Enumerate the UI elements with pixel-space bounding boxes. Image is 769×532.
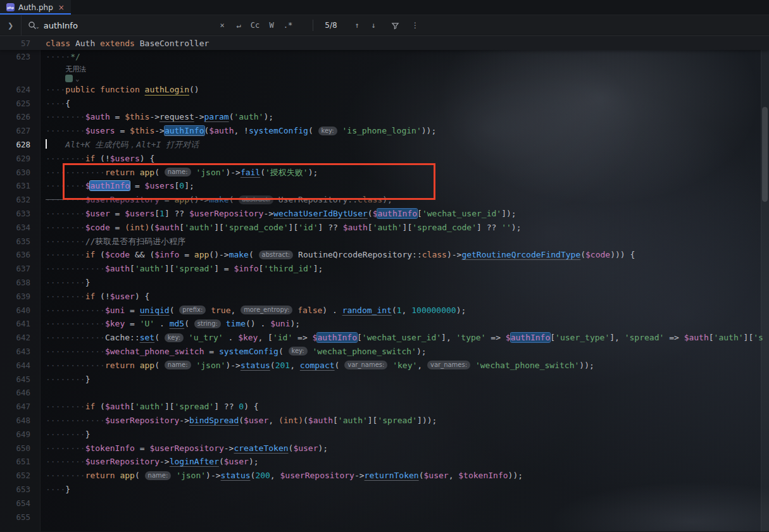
next-match-button[interactable]: ↓ xyxy=(365,18,382,33)
code-line[interactable]: 651········$userRepository->loginAfter($… xyxy=(0,455,769,469)
code-line-content[interactable]: ········$userRepository = app()->make( a… xyxy=(41,193,769,207)
code-line-content[interactable]: ········} xyxy=(41,276,769,290)
code-line[interactable]: 634········$code = (int)($auth['auth']['… xyxy=(0,221,769,235)
code-line-content[interactable]: ············Cache::set( key: 'u_try' . $… xyxy=(41,331,769,345)
code-line[interactable]: 635········//获取是否有扫码进小程序 xyxy=(0,235,769,249)
code-line-content[interactable]: ········if ($code && ($info = app()->mak… xyxy=(41,248,769,262)
line-number[interactable]: 655 xyxy=(0,510,41,524)
line-number[interactable]: 637 xyxy=(0,262,41,276)
scrollbar-track[interactable] xyxy=(761,50,769,531)
line-number[interactable]: 640 xyxy=(0,304,41,318)
scrollbar-thumb[interactable] xyxy=(762,107,768,202)
code-line[interactable]: 649········} xyxy=(0,428,769,442)
code-line[interactable]: 627········$users = $this->authInfo($aut… xyxy=(0,124,769,138)
code-line[interactable]: 632········$userRepository = app()->make… xyxy=(0,193,769,207)
line-number[interactable]: 635 xyxy=(0,235,41,249)
code-line[interactable]: 640············$uni = uniqid( prefix: tr… xyxy=(0,304,769,318)
code-line[interactable]: 645········} xyxy=(0,373,769,387)
line-number[interactable]: 654 xyxy=(0,497,41,510)
code-line-content[interactable]: ············return app( name: 'json')->f… xyxy=(41,166,769,180)
code-line[interactable]: 644············return app( name: 'json')… xyxy=(0,359,769,373)
search-field[interactable]: ⌄ × xyxy=(22,18,230,33)
code-line[interactable]: 625····{ xyxy=(0,97,769,111)
line-number[interactable]: 632 xyxy=(0,193,41,207)
line-number[interactable]: 630 xyxy=(0,166,41,180)
code-line[interactable]: 629········if (!$users) { xyxy=(0,152,769,166)
code-line-content[interactable]: ········$tokenInfo = $userRepository->cr… xyxy=(41,442,769,455)
code-line[interactable]: 638········} xyxy=(0,276,769,290)
line-number[interactable]: 623 xyxy=(0,50,41,64)
code-line[interactable]: 641············$key = 'U' . md5( string:… xyxy=(0,317,769,331)
code-line[interactable]: ⌄ xyxy=(0,73,769,83)
line-number[interactable]: 649 xyxy=(0,428,41,442)
line-number[interactable]: 628 xyxy=(0,138,41,152)
code-line-content[interactable]: ············return app( name: 'json')->s… xyxy=(41,359,769,373)
toggle-replace-chevron-icon[interactable]: ❯ xyxy=(0,15,22,35)
search-input[interactable] xyxy=(44,21,210,30)
code-line-content[interactable]: ········return app( name: 'json')->statu… xyxy=(41,469,769,483)
code-line[interactable]: 628 Alt+K 生成代码，Alt+I 打开对话 xyxy=(0,138,769,152)
code-line-content[interactable] xyxy=(41,497,769,510)
code-line-content[interactable]: ····{ xyxy=(41,97,769,111)
line-number[interactable]: 631 xyxy=(0,179,41,193)
code-line[interactable]: 648············$userRepository->bindSpre… xyxy=(0,414,769,428)
code-line-content[interactable]: ········} xyxy=(41,373,769,387)
line-number[interactable]: 638 xyxy=(0,276,41,290)
code-line-content[interactable] xyxy=(41,510,769,524)
line-number[interactable]: 652 xyxy=(0,469,41,483)
close-tab-icon[interactable]: × xyxy=(57,3,65,12)
line-number[interactable]: 643 xyxy=(0,345,41,359)
code-line[interactable]: 624····public function authLogin() xyxy=(0,83,769,97)
line-number[interactable]: 641 xyxy=(0,317,41,331)
code-line[interactable]: 626········$auth = $this->request->param… xyxy=(0,110,769,124)
code-line[interactable]: 639········if (!$user) { xyxy=(0,290,769,304)
editor-tab-auth-php[interactable]: php Auth.php × xyxy=(0,0,71,15)
line-number[interactable]: 636 xyxy=(0,248,41,262)
line-number[interactable] xyxy=(0,64,41,73)
code-line-content[interactable]: ········$userRepository->loginAfter($use… xyxy=(41,455,769,469)
code-line-content[interactable]: ········if (!$users) { xyxy=(41,152,769,166)
code-line[interactable]: 无用法 xyxy=(0,64,769,73)
regex-toggle[interactable]: .* xyxy=(280,18,296,33)
code-line-content[interactable]: ⌄ xyxy=(41,73,769,83)
code-line[interactable]: 642············Cache::set( key: 'u_try' … xyxy=(0,331,769,345)
code-line-content[interactable]: ········$authInfo = $users[0]; xyxy=(41,179,769,193)
code-line-content[interactable]: ············$wechat_phone_switch = syste… xyxy=(41,345,769,359)
whole-words-toggle[interactable]: W xyxy=(263,18,280,33)
match-case-toggle[interactable]: Cc xyxy=(247,18,263,33)
code-line-content[interactable]: ············$key = 'U' . md5( string: ti… xyxy=(41,317,769,331)
code-line[interactable]: 655 xyxy=(0,510,769,524)
code-line[interactable]: 653····} xyxy=(0,483,769,497)
filter-icon[interactable] xyxy=(387,18,403,33)
sticky-code-line[interactable]: class Auth extends BaseController xyxy=(41,39,769,48)
code-line[interactable]: 636········if ($code && ($info = app()->… xyxy=(0,248,769,262)
code-line-content[interactable]: ·····*/ xyxy=(41,50,769,64)
line-number[interactable]: 644 xyxy=(0,359,41,373)
code-line[interactable]: 623·····*/ xyxy=(0,50,769,64)
newline-icon[interactable]: ↵ xyxy=(230,18,247,33)
code-line-content[interactable]: ········if (!$user) { xyxy=(41,290,769,304)
code-line[interactable]: 654 xyxy=(0,497,769,510)
line-number[interactable]: 645 xyxy=(0,373,41,387)
previous-match-button[interactable]: ↑ xyxy=(349,18,365,33)
code-line-content[interactable]: 无用法 xyxy=(41,64,769,73)
code-line[interactable]: 630············return app( name: 'json')… xyxy=(0,166,769,180)
code-line-content[interactable]: ········$users = $this->authInfo($auth, … xyxy=(41,124,769,138)
search-history-chevron-icon[interactable]: ⌄ xyxy=(35,24,40,30)
line-number[interactable]: 639 xyxy=(0,290,41,304)
code-line-content[interactable]: ····} xyxy=(41,483,769,497)
line-number[interactable]: 629 xyxy=(0,152,41,166)
code-line-content[interactable]: ········} xyxy=(41,428,769,442)
code-line-content[interactable]: ····public function authLogin() xyxy=(41,83,769,97)
sticky-header[interactable]: 57 class Auth extends BaseController xyxy=(0,36,769,50)
code-line-content[interactable]: ········//获取是否有扫码进小程序 xyxy=(41,235,769,249)
line-number[interactable]: 648 xyxy=(0,414,41,428)
line-number[interactable]: 625 xyxy=(0,97,41,111)
code-line-content[interactable]: ············$userRepository->bindSpread(… xyxy=(41,414,769,428)
search-icon[interactable]: ⌄ xyxy=(28,21,40,30)
line-number[interactable]: 651 xyxy=(0,455,41,469)
code-line[interactable]: 633········$user = $users[1] ?? $userRep… xyxy=(0,207,769,221)
code-line-content[interactable]: ········if ($auth['auth']['spread'] ?? 0… xyxy=(41,400,769,414)
clear-search-icon[interactable]: × xyxy=(214,18,230,33)
code-line-content[interactable]: ············$auth['auth']['spread'] = $i… xyxy=(41,262,769,276)
